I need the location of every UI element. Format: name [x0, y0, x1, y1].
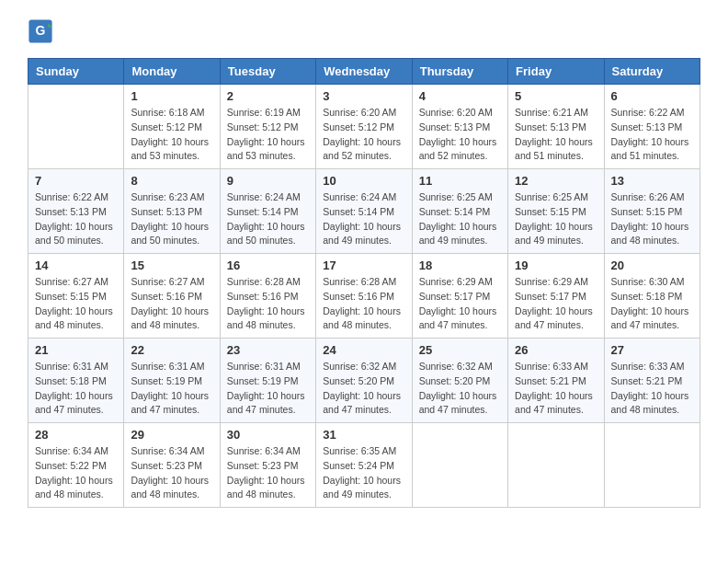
day-info: Sunrise: 6:35 AM Sunset: 5:24 PM Dayligh…	[323, 444, 404, 502]
day-number: 9	[227, 174, 309, 188]
calendar-cell: 19Sunrise: 6:29 AM Sunset: 5:17 PM Dayli…	[508, 254, 604, 339]
calendar-cell: 7Sunrise: 6:22 AM Sunset: 5:13 PM Daylig…	[28, 169, 124, 254]
calendar-week-5: 28Sunrise: 6:34 AM Sunset: 5:22 PM Dayli…	[28, 423, 700, 508]
calendar-cell: 22Sunrise: 6:31 AM Sunset: 5:19 PM Dayli…	[124, 339, 220, 423]
calendar-table: SundayMondayTuesdayWednesdayThursdayFrid…	[28, 58, 700, 508]
day-number: 22	[131, 343, 212, 357]
calendar-cell: 14Sunrise: 6:27 AM Sunset: 5:15 PM Dayli…	[28, 254, 124, 339]
day-info: Sunrise: 6:34 AM Sunset: 5:23 PM Dayligh…	[227, 444, 309, 502]
calendar-body: 1Sunrise: 6:18 AM Sunset: 5:12 PM Daylig…	[28, 85, 700, 508]
day-info: Sunrise: 6:27 AM Sunset: 5:16 PM Dayligh…	[131, 275, 212, 333]
day-info: Sunrise: 6:29 AM Sunset: 5:17 PM Dayligh…	[419, 275, 501, 333]
day-info: Sunrise: 6:23 AM Sunset: 5:13 PM Dayligh…	[131, 190, 212, 248]
calendar-cell: 21Sunrise: 6:31 AM Sunset: 5:18 PM Dayli…	[28, 339, 124, 423]
weekday-sunday: Sunday	[28, 59, 124, 85]
day-info: Sunrise: 6:21 AM Sunset: 5:13 PM Dayligh…	[515, 106, 597, 164]
calendar-cell: 31Sunrise: 6:35 AM Sunset: 5:24 PM Dayli…	[316, 423, 412, 508]
calendar-cell: 18Sunrise: 6:29 AM Sunset: 5:17 PM Dayli…	[412, 254, 507, 339]
day-number: 20	[611, 259, 693, 272]
day-number: 18	[419, 259, 501, 272]
weekday-tuesday: Tuesday	[220, 59, 315, 85]
day-info: Sunrise: 6:20 AM Sunset: 5:12 PM Dayligh…	[323, 106, 404, 164]
day-number: 23	[227, 343, 309, 357]
day-info: Sunrise: 6:24 AM Sunset: 5:14 PM Dayligh…	[227, 190, 309, 248]
day-info: Sunrise: 6:25 AM Sunset: 5:15 PM Dayligh…	[515, 190, 597, 248]
calendar-week-3: 14Sunrise: 6:27 AM Sunset: 5:15 PM Dayli…	[28, 254, 700, 339]
day-info: Sunrise: 6:31 AM Sunset: 5:19 PM Dayligh…	[227, 360, 309, 418]
calendar-week-4: 21Sunrise: 6:31 AM Sunset: 5:18 PM Dayli…	[28, 339, 700, 423]
calendar-cell	[508, 423, 604, 508]
day-number: 6	[611, 89, 693, 103]
day-info: Sunrise: 6:20 AM Sunset: 5:13 PM Dayligh…	[419, 106, 501, 164]
day-number: 27	[611, 343, 693, 357]
calendar-cell: 13Sunrise: 6:26 AM Sunset: 5:15 PM Dayli…	[604, 169, 700, 254]
calendar-cell: 1Sunrise: 6:18 AM Sunset: 5:12 PM Daylig…	[124, 85, 220, 169]
day-info: Sunrise: 6:27 AM Sunset: 5:15 PM Dayligh…	[35, 275, 117, 333]
calendar-cell: 11Sunrise: 6:25 AM Sunset: 5:14 PM Dayli…	[412, 169, 507, 254]
svg-text:G: G	[36, 23, 46, 38]
day-info: Sunrise: 6:22 AM Sunset: 5:13 PM Dayligh…	[611, 106, 693, 164]
day-info: Sunrise: 6:31 AM Sunset: 5:18 PM Dayligh…	[35, 360, 117, 418]
day-info: Sunrise: 6:31 AM Sunset: 5:19 PM Dayligh…	[131, 360, 212, 418]
day-info: Sunrise: 6:33 AM Sunset: 5:21 PM Dayligh…	[611, 360, 693, 418]
day-info: Sunrise: 6:29 AM Sunset: 5:17 PM Dayligh…	[515, 275, 597, 333]
calendar-cell: 6Sunrise: 6:22 AM Sunset: 5:13 PM Daylig…	[604, 85, 700, 169]
weekday-monday: Monday	[124, 59, 220, 85]
day-info: Sunrise: 6:28 AM Sunset: 5:16 PM Dayligh…	[227, 275, 309, 333]
day-number: 8	[131, 174, 212, 188]
calendar-week-1: 1Sunrise: 6:18 AM Sunset: 5:12 PM Daylig…	[28, 85, 700, 169]
day-number: 29	[131, 428, 212, 442]
day-info: Sunrise: 6:32 AM Sunset: 5:20 PM Dayligh…	[323, 360, 404, 418]
calendar-cell: 5Sunrise: 6:21 AM Sunset: 5:13 PM Daylig…	[508, 85, 604, 169]
weekday-header: SundayMondayTuesdayWednesdayThursdayFrid…	[28, 59, 700, 85]
day-number: 31	[323, 428, 404, 442]
day-number: 24	[323, 343, 404, 357]
calendar-cell: 20Sunrise: 6:30 AM Sunset: 5:18 PM Dayli…	[604, 254, 700, 339]
day-number: 17	[323, 259, 404, 272]
day-number: 4	[419, 89, 501, 103]
calendar-cell: 16Sunrise: 6:28 AM Sunset: 5:16 PM Dayli…	[220, 254, 315, 339]
day-number: 25	[419, 343, 501, 357]
calendar-cell: 24Sunrise: 6:32 AM Sunset: 5:20 PM Dayli…	[316, 339, 412, 423]
calendar-cell: 8Sunrise: 6:23 AM Sunset: 5:13 PM Daylig…	[124, 169, 220, 254]
day-info: Sunrise: 6:24 AM Sunset: 5:14 PM Dayligh…	[323, 190, 404, 248]
weekday-saturday: Saturday	[604, 59, 700, 85]
calendar-cell: 26Sunrise: 6:33 AM Sunset: 5:21 PM Dayli…	[508, 339, 604, 423]
day-info: Sunrise: 6:28 AM Sunset: 5:16 PM Dayligh…	[323, 275, 404, 333]
day-info: Sunrise: 6:22 AM Sunset: 5:13 PM Dayligh…	[35, 190, 117, 248]
calendar-cell	[28, 85, 124, 169]
day-number: 10	[323, 174, 404, 188]
day-number: 14	[35, 259, 117, 272]
day-info: Sunrise: 6:26 AM Sunset: 5:15 PM Dayligh…	[611, 190, 693, 248]
day-info: Sunrise: 6:25 AM Sunset: 5:14 PM Dayligh…	[419, 190, 501, 248]
day-info: Sunrise: 6:18 AM Sunset: 5:12 PM Dayligh…	[131, 106, 212, 164]
calendar-cell: 9Sunrise: 6:24 AM Sunset: 5:14 PM Daylig…	[220, 169, 315, 254]
day-number: 5	[515, 89, 597, 103]
calendar-cell: 2Sunrise: 6:19 AM Sunset: 5:12 PM Daylig…	[220, 85, 315, 169]
day-info: Sunrise: 6:32 AM Sunset: 5:20 PM Dayligh…	[419, 360, 501, 418]
calendar-cell: 23Sunrise: 6:31 AM Sunset: 5:19 PM Dayli…	[220, 339, 315, 423]
calendar-cell: 10Sunrise: 6:24 AM Sunset: 5:14 PM Dayli…	[316, 169, 412, 254]
day-number: 13	[611, 174, 693, 188]
calendar-cell	[604, 423, 700, 508]
calendar-cell	[412, 423, 507, 508]
calendar-cell: 4Sunrise: 6:20 AM Sunset: 5:13 PM Daylig…	[412, 85, 507, 169]
calendar-cell: 28Sunrise: 6:34 AM Sunset: 5:22 PM Dayli…	[28, 423, 124, 508]
day-info: Sunrise: 6:34 AM Sunset: 5:23 PM Dayligh…	[131, 444, 212, 502]
weekday-friday: Friday	[508, 59, 604, 85]
logo: G	[28, 18, 55, 44]
day-number: 30	[227, 428, 309, 442]
day-number: 7	[35, 174, 117, 188]
calendar-week-2: 7Sunrise: 6:22 AM Sunset: 5:13 PM Daylig…	[28, 169, 700, 254]
calendar-cell: 29Sunrise: 6:34 AM Sunset: 5:23 PM Dayli…	[124, 423, 220, 508]
calendar-cell: 3Sunrise: 6:20 AM Sunset: 5:12 PM Daylig…	[316, 85, 412, 169]
day-number: 11	[419, 174, 501, 188]
weekday-thursday: Thursday	[412, 59, 507, 85]
day-number: 16	[227, 259, 309, 272]
day-number: 26	[515, 343, 597, 357]
day-number: 3	[323, 89, 404, 103]
day-number: 21	[35, 343, 117, 357]
day-info: Sunrise: 6:19 AM Sunset: 5:12 PM Dayligh…	[227, 106, 309, 164]
day-number: 12	[515, 174, 597, 188]
weekday-wednesday: Wednesday	[316, 59, 412, 85]
